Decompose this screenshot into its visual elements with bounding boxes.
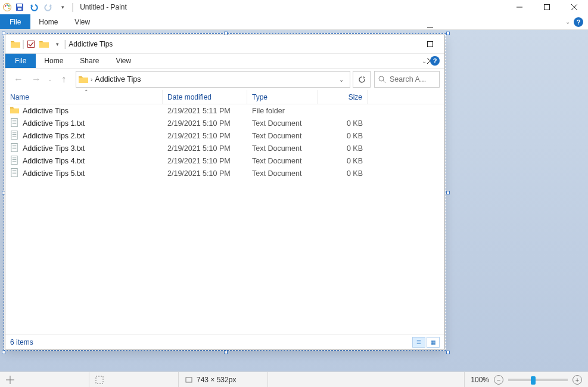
recent-dropdown-icon[interactable]: ⌄ (46, 71, 54, 88)
item-count: 6 items (10, 338, 33, 346)
file-date: 2/19/2021 5:10 PM (163, 169, 247, 178)
ribbon-collapse-icon[interactable]: ⌄ (565, 18, 570, 25)
file-type: Text Document (247, 169, 318, 178)
paint-menu-file[interactable]: File (0, 14, 30, 29)
svg-rect-27 (11, 143, 17, 151)
qat-select-all-icon[interactable] (24, 38, 38, 51)
file-row[interactable]: Addictive Tips 2.txt2/19/2021 5:10 PMTex… (5, 129, 444, 142)
file-list: Addictive Tips2/19/2021 5:11 PMFile fold… (5, 104, 444, 179)
svg-line-18 (383, 81, 385, 83)
file-type: File folder (247, 107, 318, 115)
file-size (268, 372, 465, 387)
redo-icon[interactable] (42, 1, 55, 14)
address-dropdown-icon[interactable]: ⌄ (335, 76, 347, 83)
file-size: 0 KB (318, 119, 368, 128)
canvas-resize-handle[interactable] (446, 351, 450, 354)
file-date: 2/19/2021 5:10 PM (163, 119, 247, 128)
file-row[interactable]: Addictive Tips 1.txt2/19/2021 5:10 PMTex… (5, 117, 444, 129)
file-row[interactable]: Addictive Tips 5.txt2/19/2021 5:10 PMTex… (5, 167, 444, 179)
svg-point-3 (8, 5, 10, 7)
paint-titlebar: ▾ | Untitled - Paint (0, 0, 588, 14)
details-view-button[interactable]: ☰ (412, 337, 425, 348)
address-bar[interactable]: › Addictive Tips ⌄ (76, 71, 350, 88)
file-name: Addictive Tips 4.txt (23, 157, 85, 165)
folder-icon (10, 106, 19, 116)
file-name: Addictive Tips (23, 107, 69, 115)
column-header-type[interactable]: Type (247, 90, 318, 104)
explorer-menu-share[interactable]: Share (71, 54, 107, 68)
explorer-menu-file[interactable]: File (5, 54, 36, 68)
file-row[interactable]: Addictive Tips 3.txt2/19/2021 5:10 PMTex… (5, 142, 444, 154)
folder-icon (38, 38, 51, 51)
explorer-window-title: Addictive Tips (69, 40, 113, 48)
minimize-button[interactable] (506, 0, 533, 14)
paint-menu-home[interactable]: Home (30, 14, 66, 29)
text-file-icon (10, 156, 19, 166)
paint-window-title: Untitled - Paint (80, 3, 127, 11)
svg-rect-41 (96, 376, 103, 383)
file-size: 0 KB (318, 144, 368, 153)
help-icon[interactable]: ? (574, 17, 583, 27)
canvas-resize-handle[interactable] (446, 191, 450, 194)
back-button[interactable]: ← (10, 71, 27, 88)
close-button[interactable] (561, 0, 588, 14)
file-size: 0 KB (318, 132, 368, 140)
svg-point-1 (5, 5, 6, 7)
paint-menu-view[interactable]: View (66, 14, 98, 29)
file-name: Addictive Tips 2.txt (23, 132, 85, 140)
explorer-titlebar: | ▾ | Addictive Tips (5, 35, 444, 53)
svg-rect-7 (18, 8, 21, 10)
text-file-icon (10, 131, 19, 141)
qat-dropdown-icon[interactable]: ▾ (56, 1, 69, 14)
file-name: Addictive Tips 5.txt (23, 169, 85, 178)
file-row[interactable]: Addictive Tips 4.txt2/19/2021 5:10 PMTex… (5, 154, 444, 167)
breadcrumb-item[interactable]: Addictive Tips (95, 75, 141, 83)
svg-point-4 (8, 8, 10, 9)
maximize-button[interactable] (533, 0, 561, 14)
zoom-out-button[interactable]: − (494, 375, 503, 385)
file-date: 2/19/2021 5:10 PM (163, 144, 247, 153)
file-name: Addictive Tips 1.txt (23, 119, 85, 128)
svg-point-17 (379, 76, 384, 81)
svg-rect-42 (186, 377, 192, 382)
explorer-menu-home[interactable]: Home (36, 54, 71, 68)
file-type: Text Document (247, 157, 318, 165)
column-header-size[interactable]: Size (318, 90, 368, 104)
canvas-size-text: 743 × 532px (197, 376, 236, 384)
refresh-button[interactable] (353, 71, 371, 88)
explorer-maximize-button[interactable] (416, 36, 443, 52)
explorer-navbar: ← → ⌄ ↑ › Addictive Tips ⌄ Search A... (5, 69, 444, 90)
svg-rect-19 (11, 118, 17, 126)
canvas-size: 743 × 532px (179, 372, 268, 387)
zoom-slider[interactable] (508, 379, 568, 381)
undo-icon[interactable] (27, 1, 41, 14)
ribbon-collapse-icon[interactable]: ⌄ (422, 58, 427, 64)
text-file-icon (10, 143, 19, 154)
qat-dropdown-icon[interactable]: ▾ (51, 38, 64, 51)
selection-size (89, 372, 179, 387)
explorer-menu-view[interactable]: View (107, 54, 139, 68)
column-header-date[interactable]: Date modified (163, 90, 247, 104)
chevron-right-icon[interactable]: › (91, 76, 92, 83)
file-row[interactable]: Addictive Tips2/19/2021 5:11 PMFile fold… (5, 104, 444, 117)
save-icon[interactable] (13, 1, 26, 14)
zoom-in-button[interactable]: + (573, 375, 582, 385)
folder-icon (79, 75, 88, 83)
explorer-ribbon-tabs: File Home Share View ⌄ ? (5, 53, 444, 69)
explorer-statusbar: 6 items ☰ ▦ (5, 335, 444, 349)
search-input[interactable]: Search A... (374, 71, 440, 88)
forward-button[interactable]: → (28, 71, 45, 88)
file-date: 2/19/2021 5:10 PM (163, 132, 247, 140)
icons-view-button[interactable]: ▦ (427, 337, 440, 348)
file-size: 0 KB (318, 157, 368, 165)
help-icon[interactable]: ? (430, 56, 440, 66)
canvas-resize-handle[interactable] (224, 351, 228, 354)
zoom-level: 100% (471, 376, 489, 384)
paint-app-icon (2, 2, 12, 12)
explorer-minimize-button[interactable] (416, 19, 443, 36)
folder-icon (9, 38, 22, 51)
column-headers: ⌃ Name Date modified Type Size (5, 90, 444, 104)
sort-indicator-icon: ⌃ (84, 89, 89, 95)
explorer-window: | ▾ | Addictive Tips File Home Share Vie… (5, 35, 445, 349)
up-button[interactable]: ↑ (55, 71, 72, 88)
